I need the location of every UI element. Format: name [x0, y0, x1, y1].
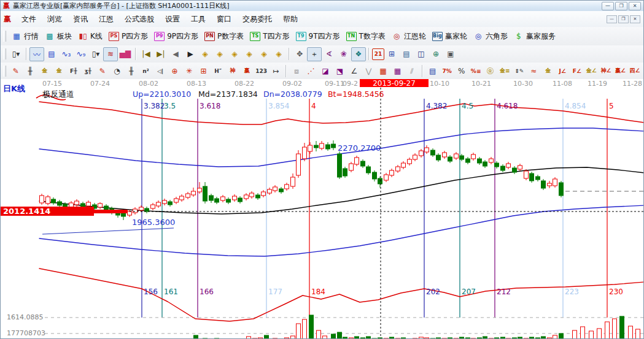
crosshair-icon[interactable]: ＋: [307, 47, 322, 61]
calculator-icon[interactable]: ⊞: [384, 47, 399, 61]
clock-cycle-icon[interactable]: ◔: [110, 64, 125, 78]
measure-pen-icon[interactable]: ⇕✎: [512, 64, 527, 78]
calendar-icon[interactable]: 21: [372, 48, 384, 60]
ruler-icon[interactable]: ╫: [23, 64, 37, 78]
win-tool-icon[interactable]: 赢: [239, 64, 254, 78]
chart-area[interactable]: 1614.08851777087033.3821563.51613.618166…: [1, 79, 644, 339]
angle-measure-icon[interactable]: ∢: [322, 47, 336, 61]
gold-lines-icon[interactable]: 金≡: [497, 64, 512, 78]
nine-p-square-button[interactable]: P99P四方形: [151, 30, 201, 43]
angle-mirror-icon[interactable]: ◁|: [153, 64, 168, 78]
wave9-icon[interactable]: ∿₉: [74, 47, 88, 61]
menu-item-3[interactable]: 江恩: [93, 13, 119, 26]
maximize-button[interactable]: ❐: [615, 2, 627, 10]
candlestick-series[interactable]: [40, 140, 564, 220]
angle-lines-icon[interactable]: ∠: [347, 64, 362, 78]
menu-item-0[interactable]: 文件: [16, 13, 42, 26]
menu-item-6[interactable]: 工具: [185, 13, 211, 26]
jump-end-icon[interactable]: ▶|: [153, 47, 168, 61]
menu-item-1[interactable]: 浏览: [42, 13, 68, 26]
shen-tool-icon[interactable]: 神: [225, 64, 240, 78]
close-button[interactable]: ✕: [629, 2, 641, 10]
flower-tool-icon[interactable]: ❀: [336, 47, 351, 61]
wave-box-icon[interactable]: ≈: [527, 64, 541, 78]
pan-right-icon[interactable]: ◈: [212, 47, 227, 61]
ruler-123-icon[interactable]: 123: [254, 64, 269, 78]
menu-item-2[interactable]: 资讯: [68, 13, 93, 26]
percent-lines-icon[interactable]: %≡: [468, 64, 483, 78]
quotes-button[interactable]: ▦行情: [9, 30, 42, 43]
brain-map-icon[interactable]: ❖: [351, 47, 366, 61]
menu-item-4[interactable]: 公式选股: [119, 13, 160, 26]
profile-chart-icon[interactable]: ▅▇: [118, 47, 133, 61]
grid-star-icon[interactable]: ⊞: [196, 64, 211, 78]
network-icon[interactable]: ⊕: [429, 47, 443, 61]
menu-item-7[interactable]: 窗口: [211, 13, 237, 26]
shen-angle-icon[interactable]: 神∠: [599, 64, 613, 78]
gold-ruler2-icon[interactable]: 金: [52, 64, 67, 78]
child-close-button[interactable]: ✕: [630, 15, 640, 23]
hexagon-button[interactable]: ◎六角形: [470, 30, 511, 43]
kline-chart-canvas[interactable]: 1614.08851777087033.3821563.51613.618166…: [1, 79, 644, 339]
winner-service-button[interactable]: $赢家服务: [511, 30, 559, 43]
notebook-icon[interactable]: ▤: [399, 47, 414, 61]
fan-box-icon[interactable]: ◪: [318, 64, 333, 78]
p-number-table-button[interactable]: PNP数字表: [201, 30, 247, 43]
gold-circle-icon[interactable]: ㊎: [483, 64, 498, 78]
diag-box-icon[interactable]: ⬔: [333, 64, 347, 78]
j-angle-icon[interactable]: J∠: [556, 64, 570, 78]
win-angle-icon[interactable]: 赢∠: [613, 64, 628, 78]
t-square-button[interactable]: TST四方形: [247, 30, 292, 43]
quote-sheet-icon[interactable]: ▤: [44, 47, 59, 61]
zigzag-chart-icon[interactable]: 〰: [29, 47, 44, 61]
gann-wheel-button[interactable]: ◎江恩轮: [389, 30, 429, 43]
star-rays-icon[interactable]: ✳: [182, 64, 196, 78]
menu-item-8[interactable]: 交易委托: [237, 13, 277, 26]
compress-icon[interactable]: ◈: [257, 47, 271, 61]
sectors-button[interactable]: ▩板块: [42, 30, 75, 43]
jump-start-icon[interactable]: |◀: [139, 47, 153, 61]
four-angle-icon[interactable]: 四∠: [627, 64, 642, 78]
child-minimize-button[interactable]: —: [607, 15, 617, 23]
purple-grid-icon[interactable]: ▦: [390, 64, 405, 78]
prev-bar-icon[interactable]: ◀: [168, 47, 183, 61]
gold-box-icon[interactable]: 金: [541, 64, 556, 78]
menu-item-5[interactable]: 设置: [160, 13, 185, 26]
pen-tool-icon[interactable]: ✎: [9, 64, 23, 78]
f-angle-icon[interactable]: F∠: [570, 64, 584, 78]
winner-wheel-button[interactable]: Big赢家轮: [429, 30, 470, 43]
candle-style-icon[interactable]: ▯▾: [9, 47, 23, 61]
hand-pan-icon[interactable]: ✥: [292, 47, 307, 61]
spiral-ruler-icon[interactable]: ʒ╫: [81, 64, 96, 78]
wave3-icon[interactable]: ∿₃: [59, 47, 74, 61]
gann-fan-icon[interactable]: ⋰: [304, 64, 319, 78]
percent7-icon[interactable]: 7%: [440, 64, 454, 78]
fib-ruler-icon[interactable]: F╫: [66, 64, 81, 78]
gold-angle-icon[interactable]: 金∠: [584, 64, 599, 78]
square-number-icon[interactable]: n²: [139, 64, 153, 78]
zoom-out-h-icon[interactable]: ◈: [227, 47, 242, 61]
percent-icon[interactable]: %: [454, 64, 469, 78]
minimize-button[interactable]: —: [602, 2, 614, 10]
zoom-in-h-icon[interactable]: ◈: [242, 47, 257, 61]
gold-ruler-icon[interactable]: 金: [37, 64, 52, 78]
expand-icon[interactable]: ◈: [271, 47, 286, 61]
kline-button[interactable]: ▮▯K线: [75, 30, 106, 43]
p-square-button[interactable]: PSP四方形: [106, 30, 151, 43]
child-restore-button[interactable]: ❐: [618, 15, 629, 23]
wave-v-icon[interactable]: ⋁: [362, 64, 376, 78]
parallel-lines-icon[interactable]: ⫽: [405, 64, 419, 78]
print-icon[interactable]: ▣: [443, 47, 458, 61]
nine-t-square-button[interactable]: T99T四方形: [293, 30, 343, 43]
single-candle-icon[interactable]: ▯▾: [88, 47, 103, 61]
t-number-table-button[interactable]: TNT数字表: [343, 30, 389, 43]
box-tool-icon[interactable]: ⧈: [289, 64, 304, 78]
wave-frame-icon[interactable]: ≋: [103, 47, 118, 61]
grid-ruler-icon[interactable]: ╫: [124, 64, 139, 78]
save-icon[interactable]: ◫: [414, 47, 429, 61]
target-circle-icon[interactable]: ⊕: [168, 64, 182, 78]
span-arrow-icon[interactable]: ↦: [269, 64, 284, 78]
menu-item-9[interactable]: 帮助: [277, 13, 303, 26]
pen-measure-icon[interactable]: ✎: [95, 64, 110, 78]
column-stats-icon[interactable]: ▤: [425, 64, 440, 78]
